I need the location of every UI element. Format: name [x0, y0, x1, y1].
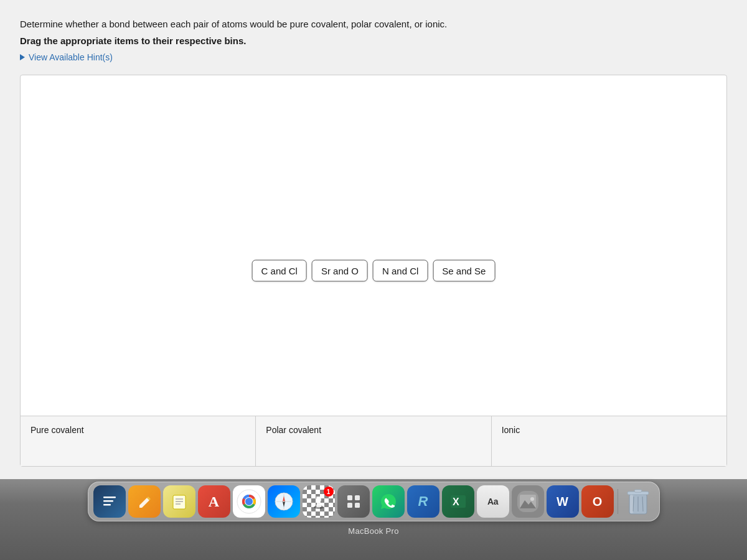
bin-polar-covalent[interactable]: Polar covalent	[256, 416, 491, 466]
drag-area: C and Cl Sr and O N and Cl Se and Se Pur…	[20, 75, 727, 467]
ppt-text: O	[593, 495, 603, 509]
svg-rect-0	[103, 497, 116, 498]
dock-item-word[interactable]: W	[547, 485, 579, 518]
dock-item-chess[interactable]: 1	[303, 485, 335, 518]
chip-sr-o[interactable]: Sr and O	[312, 259, 368, 281]
svg-point-11	[245, 498, 253, 505]
svg-point-34	[530, 497, 534, 501]
dock-item-pencil[interactable]	[128, 485, 161, 518]
dock-item-notes[interactable]	[163, 485, 195, 518]
dock-item-r[interactable]: R	[407, 485, 439, 518]
macbook-label: MacBook Pro	[348, 526, 398, 536]
dock-item-safari[interactable]	[268, 485, 300, 518]
bin-ionic[interactable]: Ionic	[492, 416, 726, 466]
dict-text: Aa	[487, 497, 498, 506]
dock-item-excel[interactable]: X	[442, 485, 474, 518]
dock-item-chrome[interactable]	[233, 485, 265, 518]
svg-rect-24	[316, 497, 321, 498]
svg-rect-41	[630, 495, 633, 513]
question-line2: Drag the appropriate items to their resp…	[20, 35, 727, 46]
question-line1: Determine whether a bond between each pa…	[20, 17, 727, 32]
dock-item-grid[interactable]	[337, 485, 370, 518]
svg-rect-25	[347, 495, 352, 500]
chip-n-cl[interactable]: N and Cl	[373, 259, 428, 281]
svg-rect-1	[103, 500, 113, 502]
bins-row: Pure covalent Polar covalent Ionic	[21, 416, 726, 466]
dock-item-dict[interactable]: Aa	[477, 485, 509, 518]
svg-rect-27	[347, 503, 352, 508]
chip-c-cl[interactable]: C and Cl	[252, 259, 307, 281]
dock-item-whatsapp[interactable]	[372, 485, 405, 518]
svg-rect-26	[355, 495, 360, 500]
bin-polar-covalent-label: Polar covalent	[266, 425, 321, 435]
macbook-bottom: A	[0, 479, 747, 560]
hint-row[interactable]: View Available Hint(s)	[20, 52, 727, 62]
svg-rect-37	[634, 490, 642, 492]
dock-separator	[618, 489, 618, 514]
r-text: R	[418, 493, 428, 510]
hint-label[interactable]: View Available Hint(s)	[29, 52, 113, 62]
bin-pure-covalent[interactable]: Pure covalent	[21, 416, 256, 466]
bin-ionic-label: Ionic	[502, 425, 520, 435]
dock-container: A	[0, 479, 747, 521]
hint-arrow-icon	[20, 54, 25, 60]
svg-rect-28	[355, 503, 360, 508]
dock-item-school[interactable]: A	[198, 485, 230, 518]
chess-badge: 1	[324, 487, 334, 497]
dock-item-trash[interactable]	[622, 485, 654, 518]
word-text: W	[557, 495, 568, 509]
chips-row: C and Cl Sr and O N and Cl Se and Se	[252, 259, 496, 281]
main-content: Determine whether a bond between each pa…	[0, 0, 747, 479]
dock-item-bars[interactable]	[93, 485, 126, 518]
bin-pure-covalent-label: Pure covalent	[31, 425, 84, 435]
dock-item-photos[interactable]	[512, 485, 544, 518]
dock-item-ppt[interactable]: O	[581, 485, 614, 518]
svg-text:X: X	[453, 497, 459, 507]
svg-rect-3	[173, 495, 186, 509]
dock: A	[88, 482, 660, 521]
svg-rect-2	[103, 504, 111, 506]
chip-se-se[interactable]: Se and Se	[433, 259, 495, 281]
